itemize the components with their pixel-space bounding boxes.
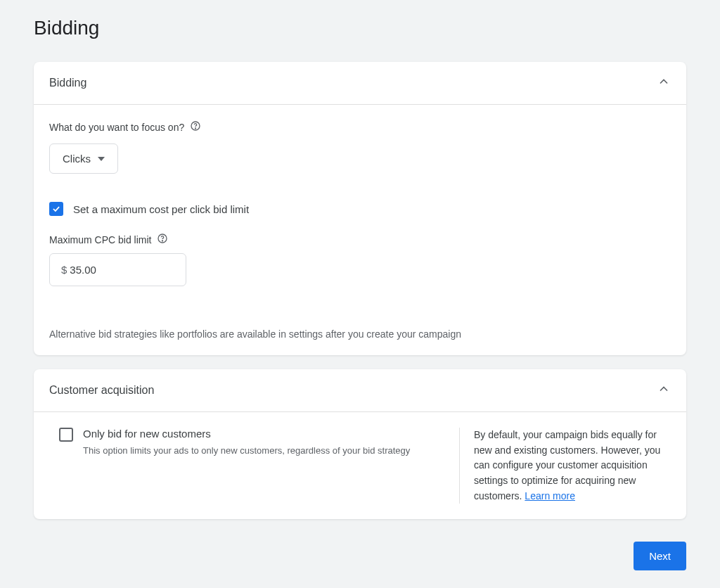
focus-label: What do you want to focus on? bbox=[49, 122, 184, 133]
currency-symbol: $ bbox=[61, 264, 67, 276]
bidding-card-header[interactable]: Bidding bbox=[34, 62, 686, 105]
learn-more-link[interactable]: Learn more bbox=[525, 490, 575, 501]
acquisition-info: By default, your campaign bids equally f… bbox=[474, 428, 671, 504]
bidding-card: Bidding What do you want to focus on? Cl… bbox=[34, 62, 686, 355]
new-customers-checkbox[interactable] bbox=[59, 428, 73, 442]
divider bbox=[459, 428, 460, 504]
chevron-up-icon bbox=[657, 382, 671, 399]
max-cpc-checkbox-label: Set a maximum cost per click bid limit bbox=[73, 203, 249, 215]
focus-dropdown[interactable]: Clicks bbox=[49, 143, 118, 174]
acquisition-card-body: Only bid for new customers This option l… bbox=[34, 412, 686, 519]
max-cpc-value: 35.00 bbox=[70, 264, 96, 276]
max-cpc-label-row: Maximum CPC bid limit bbox=[49, 233, 671, 246]
footer: Next bbox=[34, 542, 686, 570]
acquisition-card-header[interactable]: Customer acquisition bbox=[34, 369, 686, 412]
focus-dropdown-value: Clicks bbox=[63, 153, 91, 165]
bidding-card-title: Bidding bbox=[49, 77, 86, 89]
max-cpc-checkbox[interactable] bbox=[49, 202, 63, 216]
acquisition-card: Customer acquisition Only bid for new cu… bbox=[34, 369, 686, 519]
max-cpc-checkbox-row: Set a maximum cost per click bid limit bbox=[49, 202, 671, 216]
help-icon[interactable] bbox=[190, 120, 201, 134]
focus-label-row: What do you want to focus on? bbox=[49, 120, 671, 134]
bidding-card-body: What do you want to focus on? Clicks Set… bbox=[34, 105, 686, 355]
svg-point-1 bbox=[195, 128, 196, 129]
acquisition-card-title: Customer acquisition bbox=[49, 384, 154, 397]
help-icon[interactable] bbox=[157, 233, 168, 246]
page-title: Bidding bbox=[34, 17, 686, 39]
next-button[interactable]: Next bbox=[634, 542, 686, 570]
acquisition-left: Only bid for new customers This option l… bbox=[49, 428, 445, 504]
max-cpc-label: Maximum CPC bid limit bbox=[49, 234, 151, 245]
bidding-footnote: Alternative bid strategies like portfoli… bbox=[49, 328, 671, 340]
chevron-up-icon bbox=[657, 75, 671, 91]
acquisition-option-text: Only bid for new customers This option l… bbox=[83, 428, 410, 456]
svg-point-3 bbox=[162, 241, 163, 241]
acquisition-option-title: Only bid for new customers bbox=[83, 428, 410, 440]
max-cpc-input[interactable]: $ 35.00 bbox=[49, 253, 186, 286]
acquisition-option: Only bid for new customers This option l… bbox=[49, 428, 445, 456]
acquisition-option-desc: This option limits your ads to only new … bbox=[83, 445, 410, 456]
caret-down-icon bbox=[98, 153, 105, 165]
